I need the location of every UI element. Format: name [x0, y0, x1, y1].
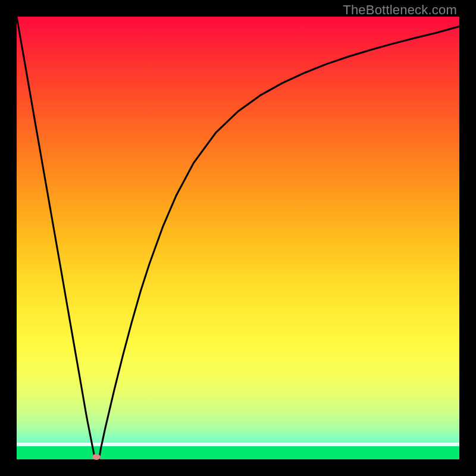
watermark-text: TheBottleneck.com — [343, 2, 457, 18]
curve-plot — [17, 17, 459, 459]
optimal-point-marker — [92, 454, 101, 460]
chart-area — [17, 17, 459, 459]
bottleneck-curve — [17, 17, 459, 459]
